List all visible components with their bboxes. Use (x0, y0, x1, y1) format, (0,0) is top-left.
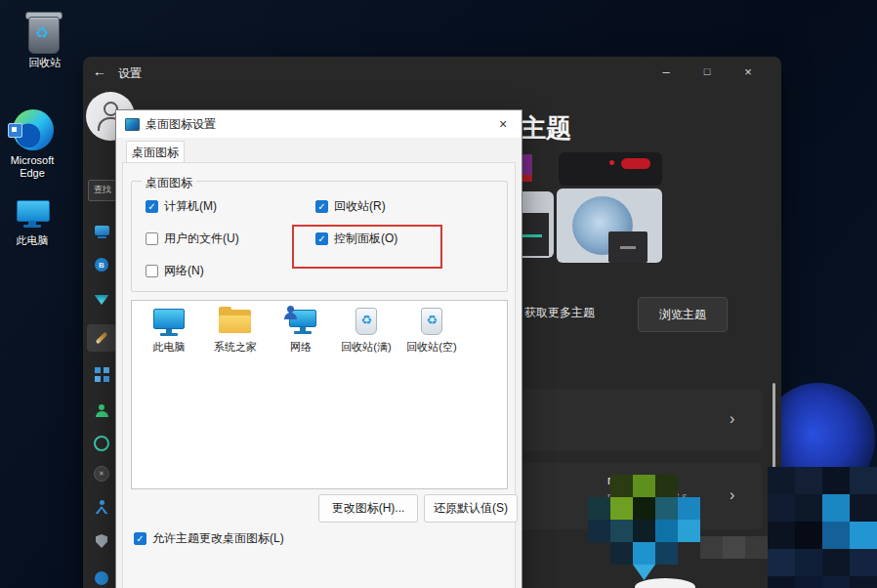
sidebar-item-gaming[interactable]: ✕ (87, 460, 116, 487)
xbox-icon: ✕ (94, 466, 109, 482)
watermark-pixel (588, 520, 610, 542)
watermark-pixel (610, 520, 633, 542)
watermark-pixel (768, 522, 795, 549)
checkbox-unchecked-icon (146, 265, 158, 277)
sidebar-item-time-language[interactable] (87, 430, 116, 457)
update-icon (95, 571, 108, 585)
apps-icon (95, 367, 101, 373)
watermark-pixel (795, 522, 822, 549)
list-item-recycle-empty[interactable]: ♻ 回收站(空) (402, 306, 461, 355)
checkbox-network[interactable]: 网络(N) (146, 263, 204, 279)
sidebar-item-accessibility[interactable] (87, 493, 116, 521)
dialog-titlebar[interactable]: 桌面图标设置 (116, 110, 522, 138)
sidebar-item-accounts[interactable] (87, 397, 116, 424)
watermark-pixel (822, 576, 850, 588)
watermark-pixel (678, 497, 700, 520)
accounts-icon (96, 404, 108, 417)
page-title: 主题 (521, 111, 571, 146)
watermark-pixel (655, 497, 678, 520)
settings-card-touch-keyboard[interactable]: › (503, 389, 763, 451)
sidebar-item-privacy[interactable] (87, 527, 116, 555)
watermark-pixel (700, 536, 723, 559)
watermark-pixel (850, 494, 877, 522)
close-button[interactable]: × (730, 59, 767, 84)
watermark-pixel (768, 494, 795, 522)
watermark-pixel (588, 497, 610, 520)
checkbox-computer[interactable]: ✓ 计算机(M) (146, 198, 217, 215)
recycle-symbol-icon: ♻ (35, 25, 49, 41)
theme-tile-mini-window-dark (608, 231, 647, 263)
scrollbar[interactable] (773, 383, 775, 477)
sidebar-item-bluetooth[interactable]: B (87, 251, 116, 278)
dialog-app-icon (125, 118, 140, 131)
tab-desktop-icons[interactable]: 桌面图标 (126, 141, 185, 164)
minimize-button[interactable]: – (647, 59, 685, 84)
theme-tile-bloom[interactable] (557, 189, 662, 263)
wifi-icon (95, 295, 109, 305)
theme-tile-fragment-light[interactable] (519, 191, 554, 258)
watermark-pixel (633, 475, 655, 497)
watermark-pixel (768, 576, 795, 588)
sidebar-item-personalization[interactable] (87, 324, 116, 352)
window-title: 设置 (118, 65, 142, 82)
red-highlight-box (292, 225, 442, 269)
watermark-pixel (795, 549, 822, 576)
checkbox-checked-icon: ✓ (315, 200, 328, 213)
desktop: ♻ 回收站 Microsoft Edge 此电脑 ← 设置 – □ × 查找 B (0, 0, 877, 588)
paintbrush-icon (96, 332, 108, 345)
checkbox-user-files[interactable]: 用户的文件(U) (146, 231, 239, 247)
watermark-pixel (822, 467, 850, 494)
back-button[interactable]: ← (93, 63, 112, 79)
sidebar-item-system[interactable] (87, 217, 116, 244)
change-icon-button[interactable]: 更改图标(H)... (318, 494, 418, 523)
list-item-label: 网络 (271, 340, 330, 355)
network-icon (283, 306, 318, 337)
checkbox-recycle-bin[interactable]: ✓ 回收站(R) (315, 198, 386, 215)
watermark-pixel (822, 549, 850, 576)
watermark-pixel (723, 536, 745, 559)
dialog-title: 桌面图标设置 (146, 116, 216, 133)
checkbox-label: 允许主题更改桌面图标(L) (152, 530, 284, 547)
watermark-pixel (850, 549, 877, 576)
watermark-pixel (795, 467, 822, 494)
watermark-pixel (795, 494, 822, 522)
this-pc-icon-base (23, 225, 41, 228)
theme-tile-mini-window (519, 213, 549, 256)
dialog-close-button[interactable]: × (484, 110, 522, 138)
checkbox-checked-icon: ✓ (146, 200, 158, 213)
watermark-pixel (655, 520, 678, 542)
list-item-system-home[interactable]: 系统之家 (206, 306, 265, 355)
list-item-network[interactable]: 网络 (271, 306, 330, 355)
shield-icon (96, 534, 107, 548)
sidebar-item-network[interactable] (87, 286, 116, 314)
checkbox-label: 计算机(M) (164, 198, 217, 215)
watermark-pixel (822, 494, 850, 522)
list-item-this-pc[interactable]: 此电脑 (140, 306, 198, 355)
list-item-label: 回收站(满) (337, 340, 396, 355)
restore-default-button[interactable]: 还原默认值(S) (424, 494, 518, 523)
watermark-pixel (678, 520, 700, 542)
checkbox-unchecked-icon (146, 232, 158, 245)
watermark-pixel (655, 475, 678, 497)
theme-tile-dark[interactable] (559, 152, 662, 186)
edge-shortcut-badge (8, 123, 22, 138)
browse-themes-button[interactable]: 浏览主题 (638, 297, 728, 332)
watermark-pixel (795, 576, 822, 588)
system-icon (95, 226, 109, 235)
maximize-button[interactable]: □ (689, 59, 726, 84)
groupbox-label: 桌面图标 (142, 175, 196, 191)
sidebar-item-apps[interactable] (87, 360, 116, 388)
checkbox-allow-themes[interactable]: ✓ 允许主题更改桌面图标(L) (134, 530, 284, 547)
list-item-label: 回收站(空) (402, 340, 461, 355)
watermark-pixel (633, 542, 655, 565)
checkbox-checked-icon: ✓ (134, 532, 146, 545)
computer-icon (151, 306, 187, 337)
watermark-pixel (610, 497, 633, 520)
folder-icon (218, 306, 253, 337)
watermark-pixel (610, 542, 633, 565)
list-item-recycle-full[interactable]: ♻ 回收站(满) (337, 306, 396, 355)
sidebar-item-windows-update[interactable] (87, 565, 116, 588)
theme-tile-gray-bar (620, 246, 636, 249)
watermark-pixel (768, 467, 795, 494)
clock-icon (94, 436, 109, 451)
